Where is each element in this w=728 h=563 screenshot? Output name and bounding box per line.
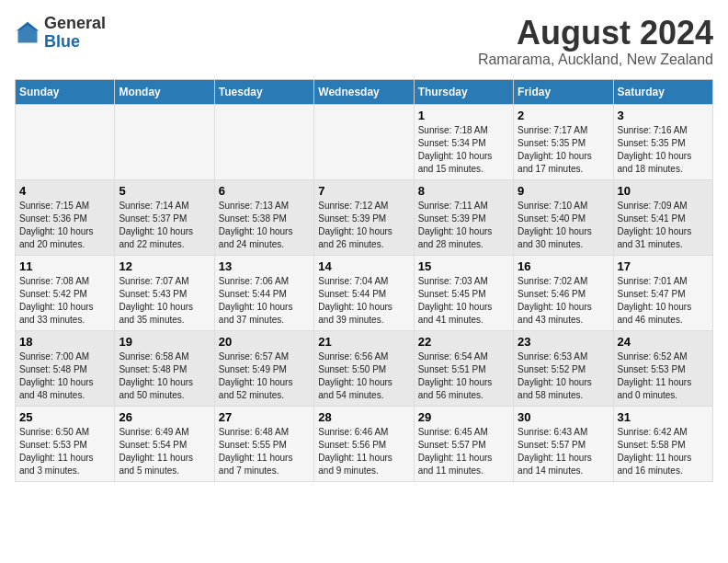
calendar-cell: 7Sunrise: 7:12 AM Sunset: 5:39 PM Daylig… (314, 179, 414, 255)
calendar-cell: 22Sunrise: 6:54 AM Sunset: 5:51 PM Dayli… (414, 330, 513, 406)
day-number: 20 (219, 335, 310, 349)
day-number: 9 (518, 184, 609, 198)
day-number: 12 (119, 259, 210, 273)
calendar-cell: 28Sunrise: 6:46 AM Sunset: 5:56 PM Dayli… (314, 406, 414, 481)
day-info: Sunrise: 7:02 AM Sunset: 5:46 PM Dayligh… (518, 275, 609, 327)
day-info: Sunrise: 6:50 AM Sunset: 5:53 PM Dayligh… (19, 426, 110, 477)
svg-marker-0 (18, 23, 38, 42)
header-day-saturday: Saturday (613, 79, 712, 104)
day-number: 5 (119, 184, 210, 198)
day-number: 30 (518, 410, 609, 424)
calendar-cell: 21Sunrise: 6:56 AM Sunset: 5:50 PM Dayli… (314, 330, 414, 406)
calendar-cell: 9Sunrise: 7:10 AM Sunset: 5:40 PM Daylig… (514, 179, 613, 255)
day-number: 2 (518, 109, 609, 122)
day-info: Sunrise: 7:03 AM Sunset: 5:45 PM Dayligh… (418, 275, 509, 327)
calendar-cell (115, 104, 214, 179)
calendar-cell: 13Sunrise: 7:06 AM Sunset: 5:44 PM Dayli… (214, 255, 313, 330)
header-day-thursday: Thursday (414, 79, 513, 104)
day-number: 16 (518, 259, 609, 273)
calendar-cell: 17Sunrise: 7:01 AM Sunset: 5:47 PM Dayli… (613, 255, 712, 330)
day-number: 17 (618, 259, 709, 273)
calendar-cell: 29Sunrise: 6:45 AM Sunset: 5:57 PM Dayli… (414, 406, 513, 481)
day-number: 22 (418, 335, 509, 349)
subtitle: Ramarama, Auckland, New Zealand (478, 52, 713, 68)
calendar-cell: 16Sunrise: 7:02 AM Sunset: 5:46 PM Dayli… (514, 255, 613, 330)
week-row-2: 4Sunrise: 7:15 AM Sunset: 5:36 PM Daylig… (16, 179, 713, 255)
calendar-cell: 3Sunrise: 7:16 AM Sunset: 5:35 PM Daylig… (613, 104, 712, 179)
week-row-1: 1Sunrise: 7:18 AM Sunset: 5:34 PM Daylig… (16, 104, 713, 179)
calendar-cell: 18Sunrise: 7:00 AM Sunset: 5:48 PM Dayli… (16, 330, 115, 406)
day-info: Sunrise: 6:58 AM Sunset: 5:48 PM Dayligh… (119, 350, 210, 402)
calendar-cell (214, 104, 313, 179)
calendar-cell: 31Sunrise: 6:42 AM Sunset: 5:58 PM Dayli… (613, 406, 712, 481)
day-number: 4 (19, 184, 110, 198)
day-info: Sunrise: 6:56 AM Sunset: 5:50 PM Dayligh… (318, 350, 409, 402)
day-info: Sunrise: 6:46 AM Sunset: 5:56 PM Dayligh… (318, 426, 409, 477)
calendar-cell: 1Sunrise: 7:18 AM Sunset: 5:34 PM Daylig… (414, 104, 513, 179)
day-number: 18 (19, 335, 110, 349)
week-row-5: 25Sunrise: 6:50 AM Sunset: 5:53 PM Dayli… (16, 406, 713, 481)
day-number: 14 (318, 259, 409, 273)
day-info: Sunrise: 7:04 AM Sunset: 5:44 PM Dayligh… (318, 275, 409, 327)
day-info: Sunrise: 7:00 AM Sunset: 5:48 PM Dayligh… (19, 350, 110, 402)
logo-text: General Blue (44, 15, 106, 52)
calendar-cell: 8Sunrise: 7:11 AM Sunset: 5:39 PM Daylig… (414, 179, 513, 255)
day-info: Sunrise: 6:48 AM Sunset: 5:55 PM Dayligh… (219, 426, 310, 477)
calendar-cell: 19Sunrise: 6:58 AM Sunset: 5:48 PM Dayli… (115, 330, 214, 406)
day-info: Sunrise: 6:57 AM Sunset: 5:49 PM Dayligh… (219, 350, 310, 402)
day-info: Sunrise: 7:07 AM Sunset: 5:43 PM Dayligh… (119, 275, 210, 327)
day-info: Sunrise: 6:54 AM Sunset: 5:51 PM Dayligh… (418, 350, 509, 402)
day-number: 11 (19, 259, 110, 273)
logo: General Blue (15, 15, 106, 52)
calendar-cell (16, 104, 115, 179)
day-number: 25 (19, 410, 110, 424)
calendar-cell: 4Sunrise: 7:15 AM Sunset: 5:36 PM Daylig… (16, 179, 115, 255)
day-info: Sunrise: 7:14 AM Sunset: 5:37 PM Dayligh… (119, 200, 210, 251)
day-info: Sunrise: 7:17 AM Sunset: 5:35 PM Dayligh… (518, 124, 609, 176)
day-info: Sunrise: 7:09 AM Sunset: 5:41 PM Dayligh… (618, 200, 709, 251)
day-number: 8 (418, 184, 509, 198)
day-info: Sunrise: 7:06 AM Sunset: 5:44 PM Dayligh… (219, 275, 310, 327)
calendar-table: SundayMondayTuesdayWednesdayThursdayFrid… (15, 79, 713, 482)
day-number: 24 (618, 335, 709, 349)
day-number: 23 (518, 335, 609, 349)
title-block: August 2024 Ramarama, Auckland, New Zeal… (478, 15, 713, 68)
day-info: Sunrise: 7:13 AM Sunset: 5:38 PM Dayligh… (219, 200, 310, 251)
logo-icon (15, 20, 40, 46)
calendar-cell: 23Sunrise: 6:53 AM Sunset: 5:52 PM Dayli… (514, 330, 613, 406)
day-info: Sunrise: 6:45 AM Sunset: 5:57 PM Dayligh… (418, 426, 509, 477)
header-day-tuesday: Tuesday (214, 79, 313, 104)
week-row-4: 18Sunrise: 7:00 AM Sunset: 5:48 PM Dayli… (16, 330, 713, 406)
calendar-header-row: SundayMondayTuesdayWednesdayThursdayFrid… (16, 79, 713, 104)
calendar-cell: 5Sunrise: 7:14 AM Sunset: 5:37 PM Daylig… (115, 179, 214, 255)
calendar-cell: 30Sunrise: 6:43 AM Sunset: 5:57 PM Dayli… (514, 406, 613, 481)
day-number: 21 (318, 335, 409, 349)
day-info: Sunrise: 6:49 AM Sunset: 5:54 PM Dayligh… (119, 426, 210, 477)
day-number: 28 (318, 410, 409, 424)
calendar-cell: 15Sunrise: 7:03 AM Sunset: 5:45 PM Dayli… (414, 255, 513, 330)
calendar-cell: 27Sunrise: 6:48 AM Sunset: 5:55 PM Dayli… (214, 406, 313, 481)
header-day-sunday: Sunday (16, 79, 115, 104)
day-info: Sunrise: 6:52 AM Sunset: 5:53 PM Dayligh… (618, 350, 709, 402)
day-number: 26 (119, 410, 210, 424)
day-number: 13 (219, 259, 310, 273)
calendar-cell: 2Sunrise: 7:17 AM Sunset: 5:35 PM Daylig… (514, 104, 613, 179)
calendar-cell: 6Sunrise: 7:13 AM Sunset: 5:38 PM Daylig… (214, 179, 313, 255)
calendar-cell: 12Sunrise: 7:07 AM Sunset: 5:43 PM Dayli… (115, 255, 214, 330)
day-info: Sunrise: 7:12 AM Sunset: 5:39 PM Dayligh… (318, 200, 409, 251)
calendar-cell: 11Sunrise: 7:08 AM Sunset: 5:42 PM Dayli… (16, 255, 115, 330)
page-header: General Blue August 2024 Ramarama, Auckl… (15, 15, 713, 68)
day-info: Sunrise: 7:15 AM Sunset: 5:36 PM Dayligh… (19, 200, 110, 251)
day-info: Sunrise: 7:16 AM Sunset: 5:35 PM Dayligh… (618, 124, 709, 176)
day-number: 10 (618, 184, 709, 198)
day-info: Sunrise: 6:53 AM Sunset: 5:52 PM Dayligh… (518, 350, 609, 402)
calendar-cell: 24Sunrise: 6:52 AM Sunset: 5:53 PM Dayli… (613, 330, 712, 406)
calendar-cell (314, 104, 414, 179)
calendar-cell: 14Sunrise: 7:04 AM Sunset: 5:44 PM Dayli… (314, 255, 414, 330)
header-day-wednesday: Wednesday (314, 79, 414, 104)
day-info: Sunrise: 6:42 AM Sunset: 5:58 PM Dayligh… (618, 426, 709, 477)
day-info: Sunrise: 7:01 AM Sunset: 5:47 PM Dayligh… (618, 275, 709, 327)
day-number: 6 (219, 184, 310, 198)
day-number: 19 (119, 335, 210, 349)
day-number: 3 (618, 109, 709, 122)
